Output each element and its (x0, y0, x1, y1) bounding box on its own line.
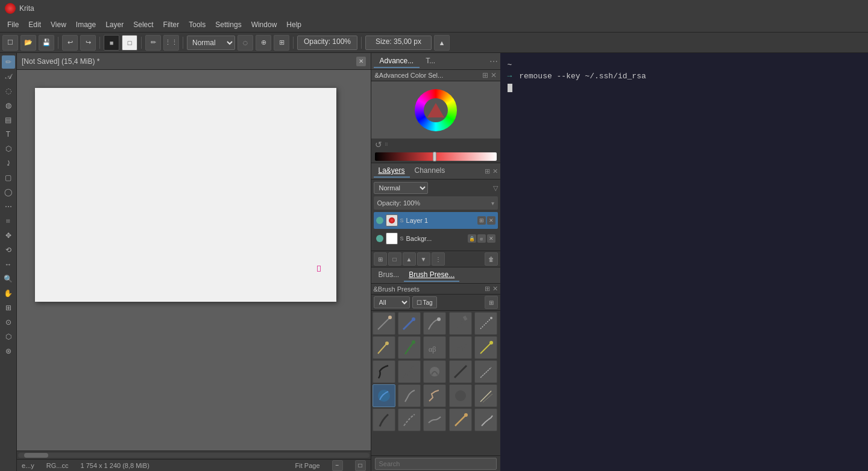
menu-window[interactable]: Window (247, 19, 282, 30)
bg-color-button[interactable]: □ (122, 35, 137, 51)
brush-cell-5[interactable] (474, 312, 497, 335)
horizontal-scrollbar[interactable] (17, 451, 371, 459)
grid-tool[interactable]: ⊞ (2, 301, 15, 314)
color-gradient-bar[interactable] (375, 152, 497, 161)
brush-cell-13[interactable] (423, 360, 446, 383)
brush-presets-close-icon[interactable]: ✕ (492, 285, 498, 293)
layers-filter-icon[interactable]: ▽ (493, 184, 498, 192)
canvas-scroll-area[interactable] (17, 70, 371, 451)
size-up-button[interactable]: ▲ (434, 35, 450, 51)
add-group-layer-button[interactable]: ⊞ (374, 252, 387, 266)
menu-layer[interactable]: Layer (101, 19, 128, 30)
tab-layers[interactable]: La&yers (374, 164, 410, 178)
brush-cell-9[interactable] (449, 336, 472, 359)
tab-brush-presets[interactable]: Brush Prese... (404, 269, 459, 282)
brush-presets-button[interactable]: ⋮⋮ (163, 35, 179, 51)
brush-cell-14[interactable] (449, 360, 472, 383)
menu-help[interactable]: Help (281, 19, 306, 30)
eraser-button[interactable]: ◌ (237, 35, 253, 51)
brush-cell-20[interactable] (474, 384, 497, 407)
path-tool[interactable]: ⤸ (2, 157, 15, 170)
tab-t[interactable]: T... (420, 55, 441, 68)
brush-cell-25[interactable] (474, 408, 497, 431)
layers-blend-mode-select[interactable]: Normal (374, 182, 428, 194)
tab-channels[interactable]: Channels (410, 164, 450, 178)
brush-cell-18[interactable] (423, 384, 446, 407)
layer-lock-icon[interactable]: 🔒 (468, 234, 476, 243)
brush-cell-15[interactable] (474, 360, 497, 383)
open-document-button[interactable]: 📂 (20, 35, 36, 51)
brush-cell-17[interactable] (398, 384, 421, 407)
fg-color-button[interactable]: ■ (104, 35, 119, 51)
select-contiguous-tool[interactable]: ⋯ (2, 200, 15, 213)
paint-brush-tool[interactable]: ✏ (2, 55, 15, 69)
layer-options-button[interactable]: ⋮ (432, 252, 445, 266)
transform-tool[interactable]: ⟲ (2, 243, 15, 257)
shape-tool[interactable]: ⬡ (2, 142, 15, 155)
brush-cell-21[interactable] (373, 408, 395, 431)
assistant-tool[interactable]: ⊛ (2, 345, 15, 358)
blend-mode-select[interactable]: Normal (187, 36, 235, 50)
select-rect-tool[interactable]: ▢ (2, 171, 15, 184)
brush-cell-19[interactable] (449, 384, 472, 407)
layers-opacity-arrow[interactable]: ▾ (491, 200, 494, 207)
canvas-content[interactable] (35, 88, 336, 302)
eraser-tool[interactable]: ◌ (2, 84, 15, 98)
calligraphy-tool[interactable]: 𝒜 (2, 70, 15, 83)
menu-tools[interactable]: Tools (184, 19, 210, 30)
brush-search-input[interactable] (375, 458, 497, 470)
menu-settings[interactable]: Settings (210, 19, 246, 30)
color-gradient-handle[interactable] (433, 152, 436, 161)
fill-tool[interactable]: ◍ (2, 99, 15, 112)
color-selector-menu-icon[interactable]: ⊞ (482, 71, 488, 80)
menu-edit[interactable]: Edit (24, 19, 46, 30)
menu-file[interactable]: File (2, 19, 24, 30)
color-refresh-icon[interactable]: ↺ (375, 140, 382, 149)
add-layer-button[interactable]: □ (388, 252, 401, 266)
layer-action-btn-2b[interactable]: ✕ (487, 234, 495, 243)
color-selector-close-icon[interactable]: ✕ (491, 71, 497, 80)
zoom-out-button[interactable]: − (332, 460, 343, 471)
color-wheel-container[interactable] (371, 81, 500, 139)
delete-layer-button[interactable]: 🗑 (485, 252, 498, 266)
canvas-tab-close-button[interactable]: ✕ (356, 57, 366, 66)
brush-settings-button[interactable]: ✏ (145, 35, 161, 51)
color-picker-tool[interactable]: ⊙ (2, 316, 15, 329)
brush-cell-6[interactable] (373, 336, 395, 359)
menu-select[interactable]: Select (128, 19, 158, 30)
menu-view[interactable]: View (46, 19, 71, 30)
panel-menu-button[interactable]: ⋯ (489, 57, 498, 66)
menu-image[interactable]: Image (71, 19, 101, 30)
menu-filter[interactable]: Filter (159, 19, 184, 30)
save-document-button[interactable]: 💾 (39, 35, 54, 51)
new-document-button[interactable]: ☐ (2, 35, 18, 51)
brush-cell-3[interactable] (423, 312, 446, 335)
brush-cell-4[interactable] (449, 312, 472, 335)
scroll-thumb[interactable] (24, 453, 48, 458)
undo-button[interactable]: ↩ (62, 35, 78, 51)
color-wheel[interactable] (415, 89, 457, 131)
wrap-button[interactable]: ⊞ (274, 35, 289, 51)
brush-cell-1[interactable] (373, 312, 395, 335)
redo-button[interactable]: ↪ (80, 35, 96, 51)
brush-cell-23[interactable] (423, 408, 446, 431)
zoom-tool[interactable]: 🔍 (2, 272, 15, 285)
brush-cell-24[interactable] (449, 408, 472, 431)
brush-cell-2[interactable] (398, 312, 421, 335)
layers-panel-close-icon[interactable]: ✕ (492, 167, 498, 175)
brush-tag-button[interactable]: ☐ Tag (412, 296, 437, 308)
layer-row-2[interactable]: S Backgr... 🔒 α ✕ (374, 230, 498, 247)
brush-cell-8[interactable]: αβ (423, 336, 446, 359)
transform-button[interactable]: ⊕ (256, 35, 271, 51)
brush-cell-22[interactable] (398, 408, 421, 431)
gradient-tool[interactable]: ▤ (2, 113, 15, 126)
measure-tool[interactable]: ↔ (2, 258, 15, 271)
pan-tool[interactable]: ✋ (2, 287, 15, 300)
zoom-in-button[interactable]: □ (355, 460, 366, 471)
brush-cell-16[interactable] (373, 384, 395, 407)
layer-eye-1[interactable] (376, 217, 383, 224)
brush-filter-select[interactable]: All (374, 296, 410, 308)
smart-patch-tool[interactable]: ⬡ (2, 330, 15, 343)
text-tool[interactable]: T (2, 128, 15, 141)
crop-tool[interactable]: ⌗ (2, 214, 15, 228)
